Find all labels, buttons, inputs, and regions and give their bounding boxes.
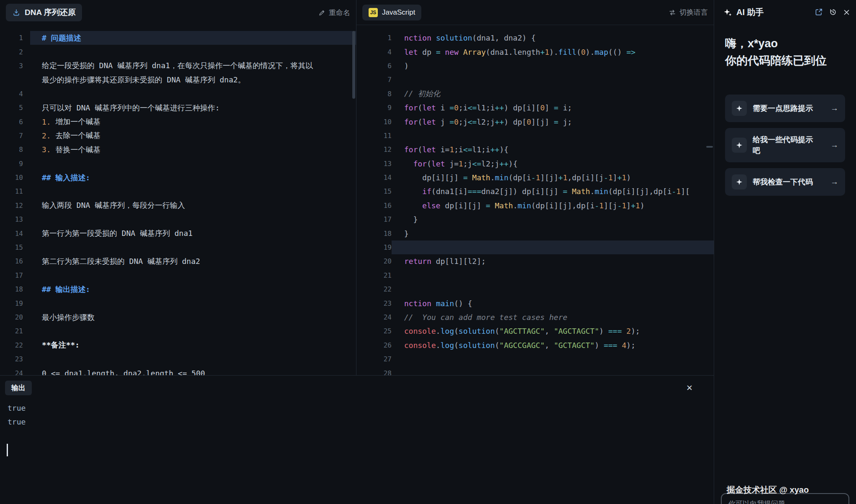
line-text[interactable]: **备注**:	[30, 338, 356, 352]
line-text[interactable]: return dp[l1][l2];	[392, 254, 714, 268]
line-text[interactable]: 给定一段受损的 DNA 碱基序列 dna1，在每次只操作一个碱基的情况下，将其以	[30, 59, 356, 73]
editor-line: 14第一行为第一段受损的 DNA 碱基序列 dna1	[0, 226, 356, 240]
line-number: 17	[0, 271, 30, 279]
line-text[interactable]: ## 输出描述:	[30, 282, 356, 296]
ai-header: AI 助手	[714, 0, 856, 24]
line-text[interactable]	[392, 352, 714, 366]
line-text[interactable]	[392, 73, 714, 87]
line-text[interactable]: else dp[i][j] = Math.min(dp[i][j],dp[i-1…	[392, 199, 714, 212]
line-text[interactable]: dp[i][j] = Math.min(dp[i-1][j]+1,dp[i][j…	[392, 171, 714, 184]
line-text[interactable]: for(let i=1;i<=l1;i++){	[392, 143, 714, 156]
editor-scrollbar[interactable]	[706, 146, 713, 148]
line-text[interactable]: 3. 替换一个碱基	[30, 143, 356, 156]
problem-panel: DNA 序列还原 重命名 1# 问题描述23给定一段受损的 DNA 碱基序列 d…	[0, 0, 356, 375]
feedback-button[interactable]	[814, 7, 824, 17]
editor-line: 10for(let j =0;j<=l2;j++) dp[0][j] = j;	[356, 115, 714, 128]
line-text[interactable]: 2. 去除一个碱基	[30, 129, 356, 143]
line-text[interactable]	[30, 45, 356, 59]
editor-line: 18## 输出描述:	[0, 282, 356, 296]
switch-language-button[interactable]: 切换语言	[669, 8, 708, 17]
line-text[interactable]	[30, 269, 356, 282]
line-text[interactable]	[30, 184, 356, 198]
line-text[interactable]: 最少的操作步骤将其还原到未受损的 DNA 碱基序列 dna2。	[30, 73, 356, 87]
code-lines: 1nction solution(dna1, dna2) {4let dp = …	[356, 25, 714, 375]
switch-language-label: 切换语言	[679, 8, 708, 17]
line-text[interactable]: }	[392, 226, 714, 240]
line-number: 7	[0, 132, 30, 140]
editor-line: 7	[356, 73, 714, 87]
line-text[interactable]	[30, 324, 356, 338]
editor-line: 83. 替换一个碱基	[0, 143, 356, 156]
line-text[interactable]: nction solution(dna1, dna2) {	[392, 31, 714, 45]
code-editor-panel: JS JavaScript 切换语言 1nction solution(dna1…	[356, 0, 714, 375]
line-text[interactable]	[392, 240, 714, 254]
line-text[interactable]: 第二行为第二段未受损的 DNA 碱基序列 dna2	[30, 254, 356, 268]
editor-line: 20return dp[l1][l2];	[356, 254, 714, 268]
line-text[interactable]	[392, 366, 714, 375]
close-icon: ✕	[686, 384, 693, 392]
line-text[interactable]: // You can add more test cases here	[392, 310, 714, 324]
line-number: 8	[0, 146, 30, 154]
line-text[interactable]	[392, 129, 714, 143]
output-close-button[interactable]: ✕	[686, 383, 693, 393]
rename-label: 重命名	[329, 8, 350, 18]
line-text[interactable]: console.log(solution("AGCCGAGC", "GCTAGC…	[392, 338, 714, 352]
arrow-right-icon: →	[830, 104, 838, 113]
history-button[interactable]	[828, 7, 838, 17]
line-number: 14	[0, 230, 30, 238]
line-text[interactable]: 输入两段 DNA 碱基序列，每段分一行输入	[30, 199, 356, 212]
terminal-cursor[interactable]	[7, 444, 8, 456]
line-text[interactable]	[30, 212, 356, 226]
line-text[interactable]: ## 输入描述:	[30, 171, 356, 184]
line-text[interactable]	[30, 352, 356, 366]
line-text[interactable]: # 问题描述	[30, 31, 356, 45]
line-text[interactable]: console.log(solution("AGCTTAGC", "AGCTAG…	[392, 324, 714, 338]
line-text[interactable]	[30, 87, 356, 101]
suggestion-card[interactable]: 给我一些代码提示吧→	[725, 128, 845, 162]
line-text[interactable]: nction main() {	[392, 296, 714, 310]
line-number: 20	[0, 313, 30, 321]
editor-line: 9	[0, 157, 356, 171]
editor-header: JS JavaScript 切换语言	[356, 0, 714, 25]
line-text[interactable]: let dp = new Array(dna1.length+1).fill(0…	[392, 45, 714, 59]
line-number: 23	[0, 355, 30, 363]
line-text[interactable]: for(let j =0;j<=l2;j++) dp[0][j] = j;	[392, 115, 714, 128]
line-number: 14	[356, 174, 392, 182]
line-text[interactable]: }	[392, 212, 714, 226]
line-text[interactable]: for(let i =0;i<=l1;i++) dp[i][0] = i;	[392, 101, 714, 115]
sparkle-icon	[732, 174, 747, 189]
rename-button[interactable]: 重命名	[318, 8, 350, 18]
line-text[interactable]: 0 <= dna1.length, dna2.length <= 500	[30, 366, 356, 375]
suggestion-card[interactable]: 帮我检查一下代码→	[725, 168, 845, 196]
line-number: 21	[356, 271, 392, 279]
line-text[interactable]: 第一行为第一段受损的 DNA 碱基序列 dna1	[30, 226, 356, 240]
line-text[interactable]	[392, 269, 714, 282]
line-number: 16	[356, 202, 392, 210]
line-number: 13	[0, 215, 30, 223]
line-text[interactable]: if(dna1[i]===dna2[j]) dp[i][j] = Math.mi…	[392, 184, 714, 198]
line-text[interactable]	[30, 240, 356, 254]
line-text[interactable]: for(let j=1;j<=l2;j++){	[392, 157, 714, 171]
ai-close-button[interactable]	[842, 8, 851, 17]
line-text[interactable]: // 初始化	[392, 87, 714, 101]
line-text[interactable]: 最小操作步骤数	[30, 310, 356, 324]
line-text[interactable]: )	[392, 59, 714, 73]
line-number: 16	[0, 257, 30, 265]
line-number: 1	[356, 34, 392, 42]
line-text[interactable]	[30, 157, 356, 171]
line-number: 11	[0, 187, 30, 195]
problem-title-chip[interactable]: DNA 序列还原	[6, 4, 82, 21]
line-number: 7	[356, 76, 392, 84]
output-header: 输出 ✕	[0, 376, 714, 395]
line-text[interactable]	[30, 296, 356, 310]
line-text[interactable]: 只可以对 DNA 碱基序列中的一个碱基进行三种操作:	[30, 101, 356, 115]
line-text[interactable]: 1. 增加一个碱基	[30, 115, 356, 128]
suggestion-card[interactable]: 需要一点思路提示→	[725, 95, 845, 122]
line-number: 19	[356, 243, 392, 251]
output-title: 输出	[5, 381, 32, 395]
problem-scrollbar[interactable]	[352, 31, 355, 99]
language-tab[interactable]: JS JavaScript	[362, 5, 421, 20]
line-text[interactable]	[392, 282, 714, 296]
editor-line: 21	[356, 269, 714, 282]
line-number: 6	[0, 118, 30, 126]
